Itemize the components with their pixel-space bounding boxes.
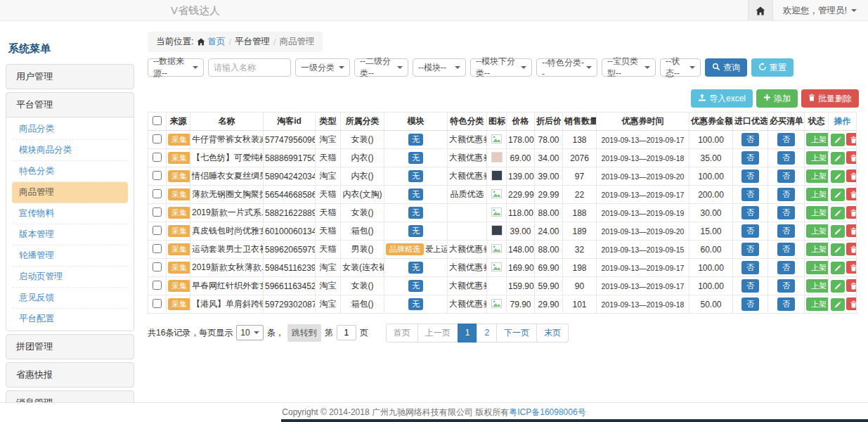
delete-button[interactable] [846, 133, 857, 146]
home-button[interactable] [748, 0, 773, 21]
filter-select[interactable]: --模块-- [413, 58, 466, 77]
edit-button[interactable] [831, 280, 845, 293]
jump-page-input[interactable] [337, 325, 356, 340]
sidebar-subitem[interactable]: 模块商品分类 [12, 140, 128, 161]
jump-button[interactable]: 跳转到 [287, 324, 321, 342]
row-checkbox[interactable] [153, 226, 162, 235]
delete-button[interactable] [846, 279, 857, 292]
delete-button[interactable] [846, 151, 857, 164]
sidebar-heading-users[interactable]: 用户管理 [6, 65, 134, 89]
edit-button[interactable] [831, 207, 845, 219]
select-all-checkbox[interactable] [153, 116, 162, 125]
must-buy-toggle[interactable]: 否 [777, 188, 795, 201]
status-badge[interactable]: 上架 [806, 243, 829, 256]
page-size-select[interactable]: 10 [236, 325, 263, 340]
row-checkbox[interactable] [153, 299, 162, 308]
row-checkbox[interactable] [153, 171, 162, 180]
import-optional-toggle[interactable]: 否 [741, 224, 759, 238]
sidebar-subitem[interactable]: 商品管理 [12, 182, 128, 203]
import-optional-toggle[interactable]: 否 [741, 298, 759, 311]
row-checkbox[interactable] [153, 153, 162, 162]
row-checkbox[interactable] [153, 244, 162, 253]
sidebar-subitem[interactable]: 宣传物料 [12, 203, 128, 224]
row-checkbox[interactable] [153, 207, 162, 217]
page-button[interactable]: 末页 [536, 324, 569, 343]
edit-button[interactable] [831, 134, 845, 146]
row-checkbox[interactable] [153, 189, 162, 198]
must-buy-toggle[interactable]: 否 [777, 133, 795, 146]
edit-button[interactable] [831, 152, 845, 165]
page-button[interactable]: 上一页 [417, 324, 458, 343]
edit-button[interactable] [831, 225, 845, 238]
must-buy-toggle[interactable]: 否 [777, 298, 795, 311]
breadcrumb-home-link[interactable]: 首页 [197, 36, 225, 48]
filter-select[interactable]: --宝贝类型-- [602, 58, 656, 77]
add-button[interactable]: 添加 [756, 89, 798, 108]
must-buy-toggle[interactable]: 否 [777, 243, 795, 256]
sidebar-subitem[interactable]: 轮播管理 [12, 245, 128, 267]
sidebar-heading-platform[interactable]: 平台管理 [6, 93, 134, 117]
sidebar-subitem[interactable]: 启动页管理 [12, 267, 128, 288]
edit-button[interactable] [831, 188, 845, 201]
delete-button[interactable] [846, 224, 857, 237]
page-button[interactable]: 首页 [386, 324, 418, 343]
must-buy-toggle[interactable]: 否 [777, 170, 795, 183]
delete-button[interactable] [846, 170, 857, 182]
status-badge[interactable]: 上架 [806, 170, 829, 183]
filter-select[interactable]: --特色分类-- [536, 58, 597, 77]
edit-button[interactable] [831, 262, 845, 274]
sidebar-subitem[interactable]: 商品分类 [12, 119, 128, 140]
row-checkbox[interactable] [153, 134, 162, 143]
status-badge[interactable]: 上架 [806, 298, 829, 311]
must-buy-toggle[interactable]: 否 [777, 279, 795, 293]
must-buy-toggle[interactable]: 否 [777, 224, 795, 238]
filter-select[interactable]: --状态-- [660, 58, 701, 77]
import-excel-button[interactable]: 导入excel [691, 89, 753, 108]
sidebar-subitem[interactable]: 平台配置 [12, 309, 128, 329]
reset-button[interactable]: 重置 [751, 58, 793, 77]
import-optional-toggle[interactable]: 否 [741, 133, 759, 146]
batch-delete-button[interactable]: 批量删除 [801, 89, 859, 108]
edit-button[interactable] [831, 170, 845, 183]
import-optional-toggle[interactable]: 否 [741, 206, 759, 219]
delete-button[interactable] [846, 243, 857, 255]
search-button[interactable]: 查询 [705, 58, 747, 77]
edit-button[interactable] [831, 298, 845, 311]
page-button[interactable]: 下一页 [496, 324, 537, 343]
status-badge[interactable]: 上架 [806, 279, 829, 293]
status-badge[interactable]: 上架 [806, 224, 829, 238]
page-button[interactable]: 2 [477, 324, 497, 343]
status-badge[interactable]: 上架 [806, 206, 829, 219]
must-buy-toggle[interactable]: 否 [777, 206, 795, 219]
page-button[interactable]: 1 [458, 324, 478, 343]
sidebar-heading[interactable]: 消息管理 [6, 391, 134, 402]
must-buy-toggle[interactable]: 否 [777, 261, 795, 274]
import-optional-toggle[interactable]: 否 [741, 188, 759, 201]
filter-select-data-source[interactable]: --数据来源-- [148, 58, 204, 77]
filter-select[interactable]: --模块下分类-- [470, 58, 532, 77]
status-badge[interactable]: 上架 [806, 261, 829, 274]
import-optional-toggle[interactable]: 否 [741, 170, 759, 183]
row-checkbox[interactable] [153, 281, 162, 290]
status-badge[interactable]: 上架 [806, 133, 829, 146]
filter-select[interactable]: --二级分类-- [354, 58, 408, 77]
status-badge[interactable]: 上架 [806, 151, 829, 165]
edit-button[interactable] [831, 243, 845, 256]
must-buy-toggle[interactable]: 否 [777, 151, 795, 165]
delete-button[interactable] [846, 188, 857, 200]
delete-button[interactable] [846, 261, 857, 274]
import-optional-toggle[interactable]: 否 [741, 151, 759, 165]
status-badge[interactable]: 上架 [806, 188, 829, 201]
user-menu[interactable]: 欢迎您，管理员! [773, 0, 868, 21]
delete-button[interactable] [846, 298, 857, 310]
icp-link[interactable]: 粤ICP备16098006号 [509, 407, 585, 417]
sidebar-heading[interactable]: 省惠快报 [6, 363, 134, 387]
sidebar-subitem[interactable]: 意见反馈 [12, 288, 128, 309]
import-optional-toggle[interactable]: 否 [741, 279, 759, 293]
import-optional-toggle[interactable]: 否 [741, 261, 759, 274]
sidebar-heading[interactable]: 拼团管理 [6, 335, 134, 359]
delete-button[interactable] [846, 206, 857, 219]
sidebar-subitem[interactable]: 特色分类 [12, 161, 128, 182]
name-search-input[interactable] [208, 58, 291, 77]
import-optional-toggle[interactable]: 否 [741, 243, 759, 256]
